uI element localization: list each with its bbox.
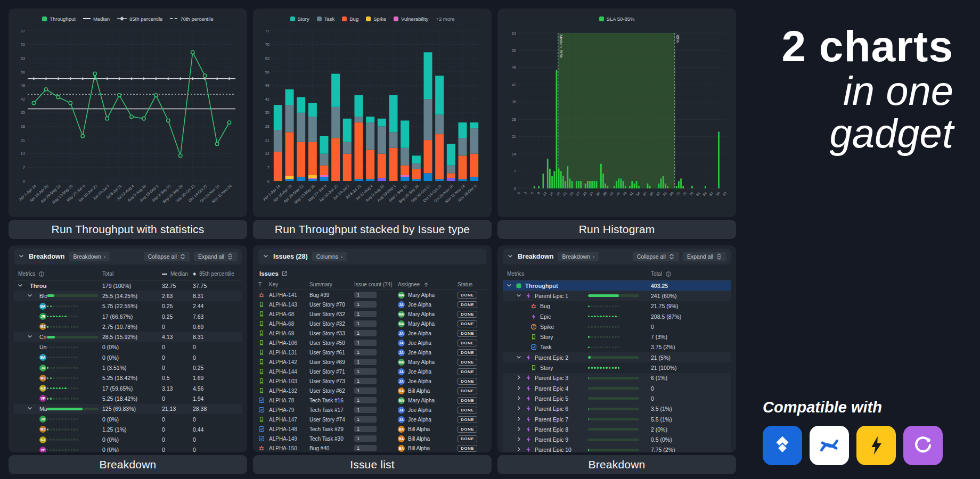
expand-all-button[interactable]: Expand all xyxy=(683,252,726,261)
table-row[interactable]: JRJoe Richardson1 (3.51%)00.25 xyxy=(14,362,242,373)
expand-all-button[interactable]: Expand all xyxy=(194,252,238,261)
issue-row[interactable]: ALPHA-68User Story #321MAMary AlphaDONE xyxy=(258,309,486,319)
issue-row[interactable]: ALPHA-143User Story #701JAJoe AlphaDONE xyxy=(258,300,486,309)
legend-item-median[interactable]: Median xyxy=(83,16,110,22)
collapse-all-button[interactable]: Collapse all xyxy=(633,252,679,261)
table-row[interactable]: MJMary Jane5.25 (18.42%)0.51.69 xyxy=(14,373,242,383)
row-chevron[interactable] xyxy=(516,436,522,443)
table-row[interactable]: Bug21.75 (9%) xyxy=(503,301,731,311)
total-cell: 0 (0%) xyxy=(102,436,162,443)
table-row[interactable]: Throughput403.25 xyxy=(503,280,731,291)
metric-label-cell: BABill Alpha xyxy=(14,354,47,361)
table-row[interactable]: Unassigned0 (0%)00 xyxy=(14,342,242,352)
issue-row[interactable]: ALPHA-148Tech Task #291BABill AlphaDONE xyxy=(258,424,486,434)
progress-cell xyxy=(47,367,102,368)
breakdown-right-chip[interactable]: Breakdown› xyxy=(558,252,599,261)
table-row[interactable]: KJKate Jameson17 (59.65%)3.134.56 xyxy=(14,383,242,393)
row-chevron[interactable] xyxy=(516,446,522,452)
legend-item-spike[interactable]: Spike xyxy=(366,16,386,22)
table-row[interactable]: Parent Epic 107.75 (2%) xyxy=(503,445,731,452)
table-row[interactable]: Task3.75 (2%) xyxy=(503,342,731,352)
story-icon xyxy=(258,320,265,327)
row-chevron[interactable] xyxy=(17,282,23,290)
legend-item-vulnerability[interactable]: Vulnerability xyxy=(394,16,428,22)
table-row[interactable]: Parent Epic 50 xyxy=(503,393,731,403)
issue-key-cell: ALPHA-143 xyxy=(269,302,309,308)
row-chevron[interactable] xyxy=(516,395,522,402)
table-row[interactable]: Major125 (69.83%)21.1328.38 xyxy=(14,404,242,414)
progress-cell xyxy=(588,377,651,379)
table-row[interactable]: Parent Epic 221 (5%) xyxy=(503,352,731,362)
issue-row[interactable]: ALPHA-79Tech Task #171JAJoe AlphaDONE xyxy=(258,405,486,415)
table-row[interactable]: Epic208.5 (87%) xyxy=(503,311,731,321)
table-row[interactable]: Parent Epic 1241 (60%) xyxy=(503,291,731,301)
table-row[interactable]: KJKate Jameson0 (0%)00 xyxy=(14,434,242,444)
section-chevron[interactable] xyxy=(507,252,513,261)
legend-item-task[interactable]: Task xyxy=(317,16,335,22)
table-row[interactable]: Blocker25.5 (14.25%)2.638.31 xyxy=(14,291,242,301)
assignee-cell: MAMary Alpha xyxy=(398,359,458,366)
row-chevron[interactable] xyxy=(27,292,33,300)
row-chevron[interactable] xyxy=(516,292,522,300)
table-row[interactable]: BABill Alpha5.75 (22.55%)0.252.44 xyxy=(14,301,242,311)
issue-row[interactable]: ALPHA-147User Story #741JAJoe AlphaDONE xyxy=(258,415,486,424)
table-row[interactable]: BABill Alpha0 (0%)00 xyxy=(14,352,242,362)
assignee-cell: JAJoe Alpha xyxy=(398,349,458,356)
table-row[interactable]: Parent Epic 40 xyxy=(503,383,731,393)
issue-row[interactable]: ALPHA-132User Story #621BABill AlphaDONE xyxy=(258,386,486,395)
issue-row[interactable]: ALPHA-69User Story #331JAJoe AlphaDONE xyxy=(258,328,486,338)
histogram-cell: SLA 50-85%071421283542495663036912151821… xyxy=(497,9,736,239)
row-chevron[interactable] xyxy=(27,405,33,412)
table-row[interactable]: Story7 (3%) xyxy=(503,332,731,342)
table-row[interactable]: Parent Epic 63.5 (1%) xyxy=(503,404,731,414)
table-row[interactable]: Parent Epic 36 (1%) xyxy=(503,373,731,383)
issues-header: TKeySummaryIssue count (74)AssigneeStatu… xyxy=(258,279,486,290)
legend-item-70th-percentile[interactable]: 70th percentile xyxy=(170,16,213,22)
table-row[interactable]: Critical28.5 (15.92%)4.138.31 xyxy=(14,332,242,342)
avatar: BA xyxy=(39,303,46,310)
row-chevron[interactable] xyxy=(516,374,522,382)
table-row[interactable]: VPValery Peterson5.25 (18.42%)01.94 xyxy=(14,393,242,403)
table-row[interactable]: Throughput179 (100%)32.7537.75 xyxy=(14,280,242,291)
row-chevron[interactable] xyxy=(516,385,522,392)
issue-row[interactable]: ALPHA-106User Story #501JAJoe AlphaDONE xyxy=(258,338,486,348)
table-row[interactable]: MJMary Jane1.25 (1%)00.44 xyxy=(14,424,242,434)
issue-row[interactable]: ALPHA-142User Story #691MAMary AlphaDONE xyxy=(258,357,486,367)
collapse-all-button[interactable]: Collapse all xyxy=(144,252,190,261)
issue-row[interactable]: ALPHA-103User Story #731JAJoe AlphaDONE xyxy=(258,376,486,386)
issue-row[interactable]: ALPHA-141Bug #391MAMary AlphaDONE xyxy=(258,290,486,300)
breakdown-left-chip[interactable]: Breakdown› xyxy=(69,252,110,261)
row-chevron[interactable] xyxy=(516,426,522,433)
legend-item-story[interactable]: Story xyxy=(290,16,309,22)
issues-chip[interactable]: Columns› xyxy=(312,252,347,261)
row-chevron[interactable] xyxy=(516,416,522,423)
table-row[interactable]: JRJoe Richardson17 (66.67%)0.257.63 xyxy=(14,311,242,321)
group-label: Parent Epic 4 xyxy=(535,385,568,392)
row-chevron[interactable] xyxy=(27,333,33,341)
issue-row[interactable]: ALPHA-144User Story #711JAJoe AlphaDONE xyxy=(258,367,486,376)
metric-label-cell: Epic xyxy=(503,313,588,320)
section-chevron[interactable] xyxy=(18,252,24,261)
issue-row[interactable]: ALPHA-131User Story #611JAJoe AlphaDONE xyxy=(258,348,486,357)
legend-item-85th-percentile[interactable]: 85th percentile xyxy=(117,16,162,22)
table-row[interactable]: Story21 (100%) xyxy=(503,362,731,373)
table-row[interactable]: JRJoe Richardson0 (0%)00 xyxy=(14,414,242,424)
legend-item-sla-50-85-[interactable]: SLA 50-85% xyxy=(599,16,635,22)
legend-item-throughput[interactable]: Throughput xyxy=(42,16,76,22)
issue-row[interactable]: ALPHA-150Bug #401BABill AlphaDONE xyxy=(258,443,486,452)
table-row[interactable]: MJMary Jane2.75 (10.78%)00.69 xyxy=(14,321,242,332)
legend-item-bug[interactable]: Bug xyxy=(342,16,358,22)
issue-row[interactable]: ALPHA-78Tech Task #161MAMary AlphaDONE xyxy=(258,395,486,405)
table-row[interactable]: Parent Epic 90.5 (0%) xyxy=(503,434,731,444)
table-row[interactable]: Parent Epic 75.5 (1%) xyxy=(503,414,731,424)
issue-row[interactable]: ALPHA-68User Story #321MAMary AlphaDONE xyxy=(258,319,486,328)
row-chevron[interactable] xyxy=(516,405,522,412)
issue-row[interactable]: ALPHA-149Tech Task #301BABill AlphaDONE xyxy=(258,434,486,443)
progress-bar xyxy=(47,294,98,297)
table-row[interactable]: Parent Epic 82 (0%) xyxy=(503,424,731,434)
section-chevron[interactable] xyxy=(263,252,269,261)
table-row[interactable]: ?Spike0 xyxy=(503,321,731,332)
row-chevron[interactable] xyxy=(506,282,512,290)
row-chevron[interactable] xyxy=(516,354,522,361)
table-row[interactable]: VPValery Peterson0 (0%)00 xyxy=(14,445,242,452)
